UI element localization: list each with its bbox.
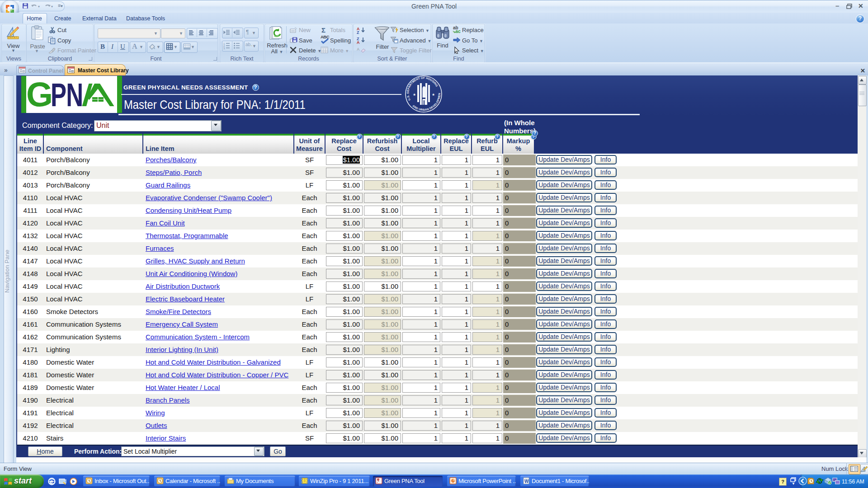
svg-text:PN: PN bbox=[51, 77, 83, 113]
svg-text:AND URBAN DEVELOPMENT: AND URBAN DEVELOPMENT bbox=[404, 74, 441, 111]
svg-text:U.S. DEPARTMENT OF HOUSING: U.S. DEPARTMENT OF HOUSING bbox=[406, 76, 439, 101]
svg-text:e: e bbox=[50, 478, 53, 485]
svg-text:3: 3 bbox=[223, 47, 225, 49]
svg-text:★: ★ bbox=[413, 93, 416, 97]
svg-text:A: A bbox=[357, 40, 360, 44]
svg-text:W: W bbox=[524, 479, 529, 484]
svg-text:A: A bbox=[357, 47, 360, 52]
svg-text:Z: Z bbox=[357, 30, 359, 34]
svg-text:G: G bbox=[26, 76, 53, 113]
svg-text:★: ★ bbox=[432, 93, 435, 97]
